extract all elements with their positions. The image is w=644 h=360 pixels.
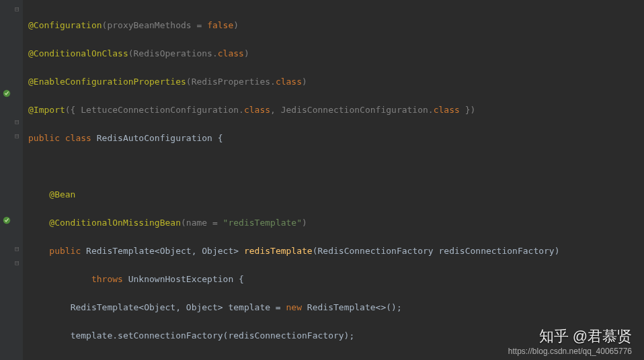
fold-column: ⊟ ⊟ ⊟ ⊟ ⊟ (15, 0, 22, 360)
fold-toggle[interactable]: ⊟ (15, 245, 19, 253)
bean-icon (2, 89, 11, 98)
code-area[interactable]: @Configuration(proxyBeanMethods = false)… (23, 0, 644, 360)
code-editor[interactable]: ⊟ ⊟ ⊟ ⊟ ⊟ @Configuration(proxyBeanMethod… (0, 0, 644, 360)
editor-gutter: ⊟ ⊟ ⊟ ⊟ ⊟ (0, 0, 23, 360)
fold-toggle[interactable]: ⊟ (15, 5, 19, 13)
fold-toggle[interactable]: ⊟ (15, 132, 19, 140)
fold-toggle[interactable]: ⊟ (15, 259, 19, 267)
fold-toggle[interactable]: ⊟ (15, 118, 19, 126)
bean-icon (2, 216, 11, 225)
